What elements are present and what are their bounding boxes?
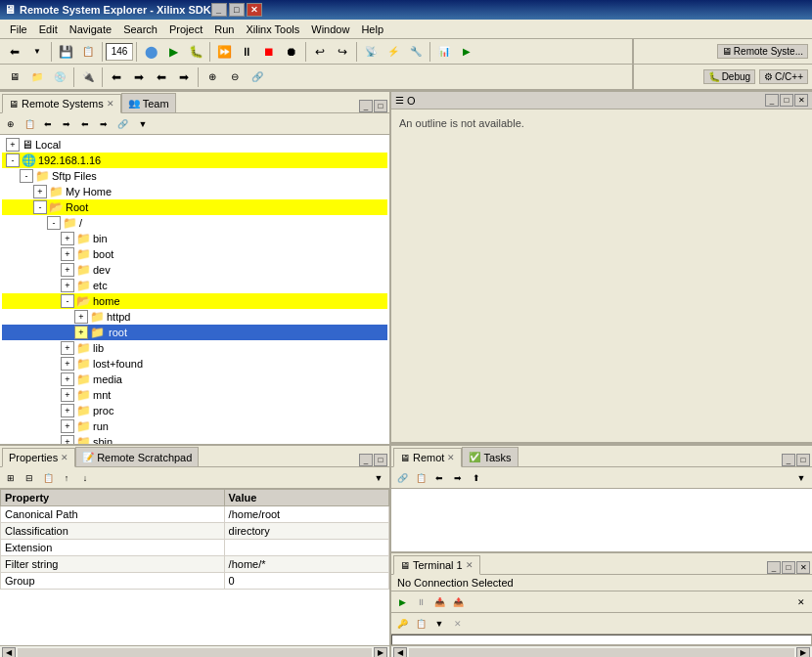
scratchpad-tab[interactable]: 📝 Remote Scratchpad: [75, 447, 199, 466]
remote-tb-1[interactable]: 🔗: [393, 469, 411, 487]
panel-tb-4[interactable]: ➡: [58, 115, 75, 133]
props-minimize[interactable]: _: [359, 454, 373, 466]
slash-expander[interactable]: -: [47, 216, 61, 230]
hscroll-track[interactable]: [18, 648, 372, 658]
folder-button[interactable]: 📁: [26, 66, 48, 88]
menu-window[interactable]: Window: [305, 22, 355, 37]
tree-item-sftp[interactable]: - 📁 Sftp Files: [2, 168, 387, 184]
properties-tab-close[interactable]: ✕: [61, 453, 68, 462]
hscroll-left[interactable]: ◀: [2, 647, 16, 658]
proc-expander[interactable]: +: [61, 404, 74, 417]
etc-expander[interactable]: +: [61, 279, 74, 292]
tree-item-etc[interactable]: + 📁 etc: [2, 278, 387, 293]
terminal-tb-3[interactable]: 📥: [430, 593, 448, 611]
tree-item-media[interactable]: + 📁 media: [2, 372, 387, 387]
ip-expander[interactable]: -: [6, 153, 20, 167]
tree-item-lib[interactable]: + 📁 lib: [2, 340, 387, 356]
tree-item-root-dir[interactable]: + 📁 root: [2, 325, 387, 340]
nav-back-button[interactable]: ⬅: [106, 66, 127, 88]
cpp-tab-btn[interactable]: ⚙ C/C++: [759, 69, 808, 84]
collapse-all-button[interactable]: ⊖: [224, 66, 246, 88]
remote-close[interactable]: ✕: [447, 453, 455, 462]
hex-input[interactable]: 146: [106, 43, 133, 61]
menu-search[interactable]: Search: [117, 22, 163, 37]
props-hscroll[interactable]: ◀ ▶: [0, 645, 389, 657]
tree-item-root-item[interactable]: - 📂 Root: [2, 199, 387, 215]
remote-minimize[interactable]: _: [782, 454, 795, 466]
nav-back2-button[interactable]: ⬅: [151, 66, 172, 88]
maximize-button[interactable]: □: [229, 3, 245, 17]
nav-forward-button[interactable]: ➡: [128, 66, 150, 88]
disc-button[interactable]: 💿: [49, 66, 70, 88]
dropdown-button[interactable]: ▼: [26, 41, 48, 63]
menu-project[interactable]: Project: [163, 22, 208, 37]
remote-systems-tab[interactable]: 🖥 Remote Systems ✕: [2, 94, 121, 113]
run2-button[interactable]: ▶: [456, 41, 477, 63]
local-expander[interactable]: +: [6, 138, 20, 152]
terminal-content[interactable]: [391, 635, 812, 645]
myhome-expander[interactable]: +: [33, 185, 47, 198]
nav-fwd2-button[interactable]: ➡: [173, 66, 195, 88]
terminal-button[interactable]: 📊: [433, 41, 455, 63]
props-tb-1[interactable]: ⊞: [2, 469, 20, 487]
tree-item-run[interactable]: + 📁 run: [2, 418, 387, 434]
terminal-tb-1[interactable]: ▶: [393, 593, 411, 611]
panel-tb-down[interactable]: ▼: [134, 115, 152, 133]
close-button[interactable]: ✕: [247, 3, 262, 17]
sftp-expander[interactable]: -: [20, 169, 33, 183]
minimize-button[interactable]: _: [211, 3, 227, 17]
dev-expander[interactable]: +: [61, 263, 74, 277]
home-expander[interactable]: -: [61, 294, 74, 308]
back-button[interactable]: ⬅: [4, 41, 25, 63]
menu-edit[interactable]: Edit: [33, 22, 64, 37]
link-button[interactable]: 🔗: [247, 66, 268, 88]
panel-tb-1[interactable]: ⊕: [2, 115, 20, 133]
props-tb-5[interactable]: ↓: [76, 469, 94, 487]
remote-tab[interactable]: 🖥 Remot ✕: [393, 448, 462, 467]
remote-systems-tab-close[interactable]: ✕: [107, 99, 114, 109]
terminal-minimize[interactable]: _: [767, 561, 781, 574]
props-tb-3[interactable]: 📋: [39, 469, 57, 487]
program-button[interactable]: ⚡: [383, 41, 404, 63]
terminal-tb2-1[interactable]: 🔑: [393, 615, 411, 633]
props-tb-4[interactable]: ↑: [58, 469, 75, 487]
terminal-tb-4[interactable]: 📤: [449, 593, 467, 611]
tree-item-proc[interactable]: + 📁 proc: [2, 403, 387, 418]
tree-item-sbin[interactable]: + 📁 sbin: [2, 434, 387, 444]
tools-button[interactable]: 🔧: [405, 41, 427, 63]
terminal-hscroll[interactable]: ◀ ▶: [391, 645, 812, 657]
remote-maximize[interactable]: □: [796, 454, 810, 466]
terminal-scroll-left[interactable]: ◀: [393, 647, 407, 658]
terminal-tb-5[interactable]: ✕: [792, 593, 810, 611]
run-button[interactable]: ▶: [162, 41, 184, 63]
terminal-tb2-4[interactable]: ✕: [449, 615, 467, 633]
mnt-expander[interactable]: +: [61, 388, 74, 402]
terminal-tab[interactable]: 🖥 Terminal 1 ✕: [393, 555, 480, 575]
properties-tab[interactable]: Properties ✕: [2, 448, 75, 467]
media-expander[interactable]: +: [61, 372, 74, 386]
expand-all-button[interactable]: ⊕: [202, 66, 223, 88]
tree-item-httpd[interactable]: + 📁 httpd: [2, 309, 387, 325]
terminal-close-btn[interactable]: ✕: [796, 561, 810, 574]
remote-tb-5[interactable]: ⬆: [468, 469, 485, 487]
connect-button[interactable]: 🔌: [77, 66, 99, 88]
menu-navigate[interactable]: Navigate: [64, 22, 117, 37]
run-expander[interactable]: +: [61, 419, 74, 433]
terminal-tb-2[interactable]: ⏸: [412, 593, 429, 611]
tree-item-local[interactable]: + 🖥 Local: [2, 137, 387, 153]
stop-button[interactable]: ⏹: [258, 41, 280, 63]
menu-xilinx-tools[interactable]: Xilinx Tools: [240, 22, 305, 37]
tree-view[interactable]: + 🖥 Local - 🌐 192.168.1.16: [0, 135, 389, 444]
remote-sys-button[interactable]: 🖥: [4, 66, 25, 88]
tree-item-lostfound[interactable]: + 📁 lost+found: [2, 356, 387, 372]
boot-expander[interactable]: +: [61, 247, 74, 261]
terminal-maximize[interactable]: □: [782, 561, 795, 574]
panel-tb-3[interactable]: ⬅: [39, 115, 57, 133]
step-into-button[interactable]: ⏩: [213, 41, 235, 63]
props-maximize[interactable]: □: [374, 454, 387, 466]
terminal-tb2-2[interactable]: 📋: [412, 615, 429, 633]
save-button[interactable]: 💾: [55, 41, 76, 63]
menu-file[interactable]: File: [4, 22, 33, 37]
outline-minimize[interactable]: _: [765, 94, 779, 107]
tree-item-home[interactable]: - 📂 home: [2, 293, 387, 309]
